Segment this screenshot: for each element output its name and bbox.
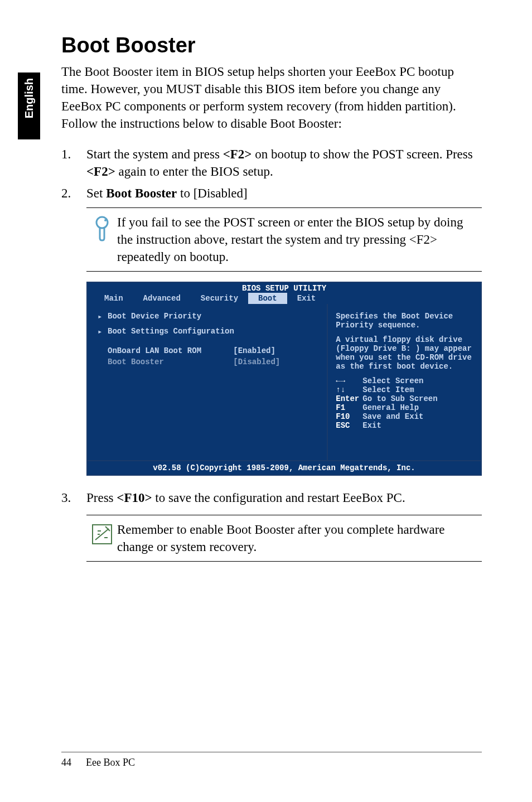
bios-row3-value: [Enabled]: [233, 346, 317, 355]
bios-nav-2: EnterGo to Sub Screen: [336, 394, 473, 403]
bios-left-panel: ▸ Boot Device Priority ▸ Boot Settings C…: [88, 304, 327, 460]
bios-help-2: A virtual floppy disk drive (Floppy Driv…: [336, 335, 473, 371]
bios-nav-4-label: Save and Exit: [362, 412, 423, 421]
step-2-number: 2.: [61, 185, 86, 202]
step-1-mid: on bootup to show the POST screen. Press: [252, 147, 472, 161]
svg-point-1: [104, 219, 107, 221]
spacer: [98, 357, 108, 366]
step-1: 1. Start the system and press <F2> on bo…: [61, 146, 482, 180]
tip-icon: [86, 214, 117, 265]
language-tab: English: [18, 73, 40, 139]
bios-nav-1-label: Select Item: [362, 385, 414, 394]
bios-nav-0-key: ←→: [336, 376, 362, 385]
bios-nav-5-label: Exit: [362, 421, 381, 430]
bios-row-onboard-lan: OnBoard LAN Boot ROM [Enabled]: [98, 346, 317, 355]
page-title: Boot Booster: [61, 33, 482, 57]
bios-right-panel: Specifies the Boot Device Priority seque…: [327, 304, 481, 460]
bios-nav-3: F1General Help: [336, 403, 473, 412]
bios-row4-label: Boot Booster: [108, 357, 233, 366]
bios-nav-block: ←→Select Screen ↑↓Select Item EnterGo to…: [336, 376, 473, 430]
bios-help-1: Specifies the Boot Device Priority seque…: [336, 312, 473, 330]
tip-block-1: If you fail to see the POST screen or en…: [86, 207, 482, 272]
step-1-number: 1.: [61, 146, 86, 180]
step-1-key2: <F2>: [86, 165, 115, 178]
bios-nav-5: ESCExit: [336, 421, 473, 430]
bios-nav-2-key: Enter: [336, 394, 362, 403]
bios-tab-main: Main: [94, 293, 133, 304]
bios-nav-0: ←→Select Screen: [336, 376, 473, 385]
bios-nav-1-key: ↑↓: [336, 385, 362, 394]
bios-screenshot: BIOS SETUP UTILITY Main Advanced Securit…: [86, 282, 482, 476]
step-3-number: 3.: [61, 489, 86, 506]
bios-tab-boot: Boot: [248, 293, 287, 304]
step-2-bold: Boot Booster: [106, 186, 177, 200]
step-3-text: Press <F10> to save the configuration an…: [86, 489, 405, 506]
bios-nav-4-key: F10: [336, 412, 362, 421]
bios-nav-0-label: Select Screen: [362, 376, 423, 385]
bios-title: BIOS SETUP UTILITY: [88, 283, 481, 293]
bios-nav-2-label: Go to Sub Screen: [362, 394, 437, 403]
intro-paragraph: The Boot Booster item in BIOS setup help…: [61, 63, 482, 132]
step-1-post: again to enter the BIOS setup.: [115, 165, 273, 178]
spacer: [98, 346, 108, 355]
bios-nav-4: F10Save and Exit: [336, 412, 473, 421]
step-1-text: Start the system and press <F2> on bootu…: [86, 146, 482, 180]
step-3-post: to save the configuration and restart Ee…: [152, 491, 405, 505]
bios-row-boot-device-priority: ▸ Boot Device Priority: [98, 312, 317, 321]
bios-footer: v02.58 (C)Copyright 1985-2009, American …: [88, 460, 481, 475]
step-1-key1: <F2>: [223, 147, 252, 161]
step-3-key: <F10>: [117, 491, 152, 505]
note-block-2: Remember to enable Boot Booster after yo…: [86, 515, 482, 562]
page-number: 44: [61, 757, 77, 769]
bios-tab-advanced: Advanced: [133, 293, 191, 304]
bios-tabs: Main Advanced Security Boot Exit: [88, 293, 481, 304]
bios-nav-3-label: General Help: [362, 403, 419, 412]
bios-body: ▸ Boot Device Priority ▸ Boot Settings C…: [88, 304, 481, 460]
svg-point-0: [96, 217, 108, 228]
step-3-pre: Press: [86, 491, 117, 505]
tip-1-text: If you fail to see the POST screen or en…: [117, 214, 482, 265]
bios-nav-1: ↑↓Select Item: [336, 385, 473, 394]
chevron-icon: ▸: [98, 312, 108, 321]
bios-nav-5-key: ESC: [336, 421, 362, 430]
step-1-pre: Start the system and press: [86, 147, 223, 161]
bios-row3-label: OnBoard LAN Boot ROM: [108, 346, 233, 355]
bios-row2-label: Boot Settings Configuration: [108, 327, 317, 336]
steps-list: 1. Start the system and press <F2> on bo…: [61, 146, 482, 202]
product-name: Eee Box PC: [86, 757, 135, 769]
step-3: 3. Press <F10> to save the configuration…: [61, 489, 482, 506]
chevron-icon: ▸: [98, 327, 108, 336]
bios-nav-3-key: F1: [336, 403, 362, 412]
bios-row-boot-booster: Boot Booster [Disabled]: [98, 357, 317, 366]
bios-tab-security: Security: [191, 293, 248, 304]
step-2-pre: Set: [86, 186, 106, 200]
bios-tab-exit: Exit: [287, 293, 326, 304]
bios-row1-label: Boot Device Priority: [108, 312, 317, 321]
step-2-post: to [Disabled]: [177, 186, 247, 200]
note-icon: [86, 521, 117, 555]
page-footer: 44 Eee Box PC: [61, 752, 482, 769]
bios-row-boot-settings-config: ▸ Boot Settings Configuration: [98, 327, 317, 336]
bios-row4-value: [Disabled]: [233, 357, 317, 366]
language-tab-label: English: [23, 78, 36, 118]
step-2: 2. Set Boot Booster to [Disabled]: [61, 185, 482, 202]
note-2-text: Remember to enable Boot Booster after yo…: [117, 521, 482, 555]
step-2-text: Set Boot Booster to [Disabled]: [86, 185, 482, 202]
